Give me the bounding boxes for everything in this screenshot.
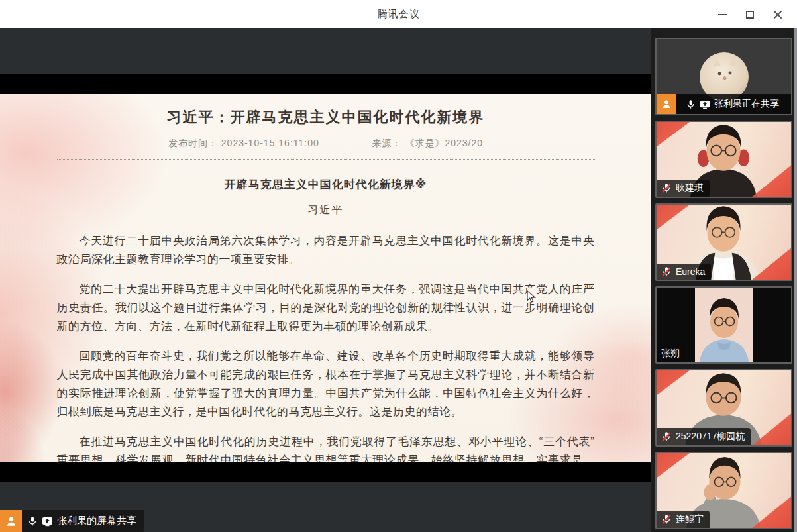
- participant-name: Eureka: [676, 266, 705, 277]
- paragraph: 党的二十大提出开辟马克思主义中国化时代化新境界的重大任务，强调这是当代中国共产党…: [57, 280, 595, 336]
- window-title: 腾讯会议: [378, 8, 420, 21]
- dotted-separator: [57, 159, 595, 160]
- mic-muted-icon: [661, 183, 672, 193]
- publish-time-value: 2023-10-15 16:11:00: [221, 138, 319, 148]
- participant-tile-gengjianqi[interactable]: 耿建琪: [655, 121, 792, 198]
- participant-name: 连鲲宇: [676, 513, 704, 525]
- participant-badge: 耿建琪: [657, 180, 710, 197]
- participant-name: 张利果正在共享: [714, 98, 779, 110]
- window-controls: [708, 0, 792, 28]
- mouse-cursor-icon: [527, 290, 536, 303]
- close-icon: [773, 10, 782, 19]
- maximize-button[interactable]: [736, 0, 764, 28]
- close-button[interactable]: [764, 0, 792, 28]
- meeting-window: 腾讯会议 习近平：开辟马克思主义中国化时代化新境界 发布时间： 2023-10-…: [0, 0, 797, 532]
- article-heading: 开辟马克思主义中国化时代化新境界※: [57, 177, 595, 192]
- source-label: 来源：: [372, 138, 402, 148]
- participant-name: 25220717柳园杭: [676, 431, 745, 443]
- participant-tile-liankunyu[interactable]: 连鲲宇: [655, 452, 792, 529]
- screen-share-stage: 习近平：开辟马克思主义中国化时代化新境界 发布时间： 2023-10-15 16…: [0, 28, 651, 532]
- participant-name: 张朔: [661, 348, 680, 360]
- participant-tile-eureka[interactable]: Eureka: [655, 203, 792, 281]
- screen-share-icon: [700, 99, 710, 109]
- portrait-video-strip: [695, 288, 753, 364]
- mic-on-icon: [27, 516, 38, 527]
- member-icon: [657, 94, 676, 114]
- participants-sidebar: 张利果正在共享: [651, 28, 797, 532]
- letterbox-top: [0, 74, 651, 94]
- participant-name: 耿建琪: [676, 182, 704, 194]
- maximize-icon: [746, 11, 754, 19]
- mic-muted-icon: [661, 266, 672, 277]
- shared-document: 习近平：开辟马克思主义中国化时代化新境界 发布时间： 2023-10-15 16…: [0, 94, 651, 462]
- article-title: 习近平：开辟马克思主义中国化时代化新境界: [57, 105, 595, 127]
- sidebar-scrollbar[interactable]: [794, 28, 797, 532]
- minimize-icon: [718, 14, 727, 15]
- participant-tile-zhangshuo[interactable]: 张朔: [655, 286, 792, 364]
- share-badge-label: 张利果的屏幕共享: [57, 515, 136, 527]
- paragraph: 回顾党的百年奋斗史，我们党之所以能够在革命、建设、改革各个历史时期取得重大成就，…: [57, 347, 595, 421]
- mic-muted-icon: [661, 431, 672, 442]
- mic-on-icon: [686, 99, 696, 109]
- publish-time-label: 发布时间：: [168, 138, 218, 148]
- participant-badge: 25220717柳园杭: [657, 428, 751, 445]
- screen-share-icon: [42, 516, 53, 527]
- minimize-button[interactable]: [708, 0, 736, 28]
- article-meta: 发布时间： 2023-10-15 16:11:00 来源： 《求是》2023/2…: [57, 138, 595, 150]
- participant-badge: Eureka: [657, 264, 711, 280]
- participant-badge: 连鲲宇: [657, 511, 710, 528]
- paragraph: 今天进行二十届中央政治局第六次集体学习，内容是开辟马克思主义中国化时代化新境界。…: [57, 232, 595, 269]
- article-author: 习近平: [57, 203, 595, 217]
- member-icon: [0, 510, 22, 532]
- person-figure: [695, 288, 753, 364]
- participant-badge: 张利果正在共享: [657, 94, 791, 114]
- source-value: 《求是》2023/20: [405, 138, 483, 148]
- titlebar: 腾讯会议: [0, 0, 797, 28]
- paragraph: 在推进马克思主义中国化时代化的历史进程中，我们党取得了毛泽东思想、邓小平理论、“…: [57, 433, 595, 462]
- participant-badge: 张朔: [657, 345, 686, 362]
- screen-share-badge: 张利果的屏幕共享: [0, 510, 144, 532]
- participant-tile-liuyuanhang[interactable]: 25220717柳园杭: [655, 369, 792, 447]
- mic-muted-icon: [661, 514, 672, 525]
- article-body: 今天进行二十届中央政治局第六次集体学习，内容是开辟马克思主义中国化时代化新境界。…: [57, 232, 595, 462]
- letterbox-bottom: [0, 462, 651, 482]
- participant-tile-zhangliguo[interactable]: 张利果正在共享: [655, 38, 792, 115]
